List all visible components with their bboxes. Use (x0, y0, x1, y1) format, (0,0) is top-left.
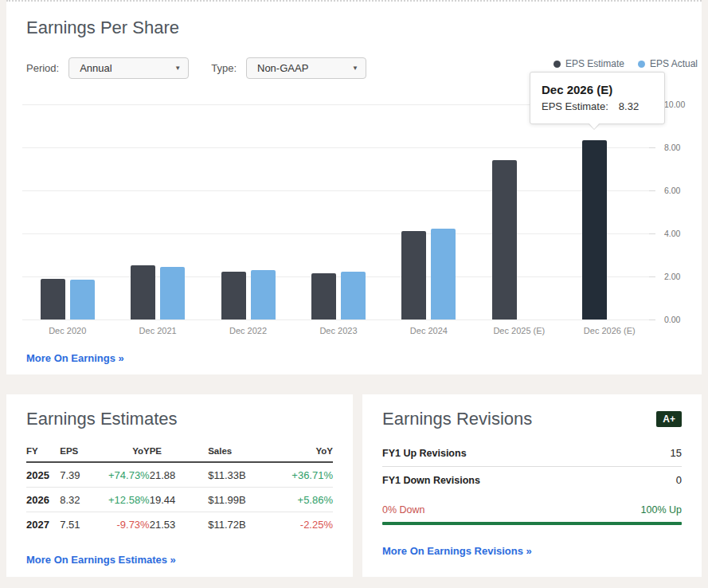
x-axis-label: Dec 2020 (22, 326, 112, 335)
table-cell: +5.86% (272, 488, 333, 512)
bar-eps-actual-dec-2021[interactable] (160, 267, 185, 319)
legend-item-eps-actual[interactable]: EPS Actual (638, 58, 698, 69)
chart-tooltip: Dec 2026 (E) EPS Estimate:8.32 (530, 72, 665, 124)
more-on-earnings-link[interactable]: More On Earnings » (26, 352, 124, 364)
table-cell: 7.51 (60, 512, 89, 537)
table-cell: 2027 (26, 512, 60, 537)
chart-legend: EPS Estimate EPS Actual (553, 58, 698, 69)
tooltip-title: Dec 2026 (E) (542, 83, 653, 96)
axis-tick (649, 319, 655, 320)
table-cell: $11.33B (187, 462, 272, 488)
tooltip-label: EPS Estimate: (542, 100, 608, 112)
x-axis-label: Dec 2025 (E) (474, 326, 564, 335)
tooltip-arrow (588, 123, 600, 130)
bar-eps-actual-dec-2022[interactable] (251, 270, 276, 319)
bar-eps-estimate-dec-2025-e[interactable] (492, 160, 517, 319)
table-header: Sales (187, 441, 272, 462)
legend-item-eps-estimate[interactable]: EPS Estimate (553, 58, 624, 69)
bar-eps-actual-dec-2024[interactable] (431, 229, 456, 319)
bar-group (474, 104, 564, 319)
period-label: Period: (26, 62, 59, 74)
bar-group (565, 104, 655, 319)
x-axis-label: Dec 2021 (112, 326, 202, 335)
table-cell: $11.72B (187, 512, 272, 537)
table-cell: -9.73% (89, 512, 149, 537)
table-cell: 8.32 (60, 488, 89, 512)
bar-groups (22, 104, 655, 319)
bar-eps-estimate-dec-2021[interactable] (131, 265, 155, 319)
y-axis-label: 0.00 (664, 315, 680, 324)
estimates-title: Earnings Estimates (26, 409, 333, 429)
revisions-title: Earnings Revisions (382, 409, 532, 429)
earnings-estimates-card: Earnings Estimates FYEPSYoYPESalesYoY202… (6, 394, 353, 577)
table-cell: 21.88 (150, 462, 188, 488)
legend-label: EPS Actual (650, 58, 698, 69)
revision-label: FY1 Down Revisions (382, 475, 480, 486)
y-axis-label: 8.00 (664, 143, 680, 152)
x-axis-label: Dec 2022 (203, 326, 293, 335)
y-axis-label: 6.00 (664, 186, 680, 195)
y-axis-label: 4.00 (664, 229, 680, 238)
table-cell: 2026 (26, 488, 60, 512)
revision-row: FY1 Up Revisions15 (382, 440, 682, 466)
earnings-page: Earnings Per Share Period: Annual ▼ Type… (0, 0, 708, 588)
bar-eps-actual-dec-2020[interactable] (70, 280, 95, 319)
bar-eps-estimate-dec-2023[interactable] (311, 273, 336, 319)
percent-up-label: 100% Up (641, 504, 682, 515)
more-on-earnings-revisions-link[interactable]: More On Earnings Revisions » (382, 545, 532, 557)
type-label: Type: (211, 62, 237, 74)
gridline (22, 319, 655, 320)
period-select-value: Annual (80, 62, 111, 74)
eps-bar-chart (22, 104, 655, 319)
grade-badge[interactable]: A+ (656, 411, 682, 427)
more-on-earnings-estimates-link[interactable]: More On Earnings Estimates » (26, 554, 176, 566)
revision-label: FY1 Up Revisions (382, 448, 467, 459)
estimates-table: FYEPSYoYPESalesYoY20257.39+74.73%21.88$1… (26, 441, 333, 536)
period-select[interactable]: Annual ▼ (68, 57, 189, 79)
type-select-value: Non-GAAP (257, 62, 308, 74)
x-axis: Dec 2020Dec 2021Dec 2022Dec 2023Dec 2024… (22, 326, 655, 335)
x-axis-label: Dec 2023 (293, 326, 383, 335)
chart-controls: Period: Annual ▼ Type: Non-GAAP ▼ (26, 57, 366, 79)
actual-dot-icon (638, 61, 645, 68)
revision-value: 0 (676, 474, 682, 486)
bar-eps-estimate-dec-2020[interactable] (41, 279, 65, 319)
y-axis-label: 10.00 (664, 100, 685, 109)
bar-group (112, 104, 202, 319)
table-header: PE (150, 441, 188, 462)
table-cell: -2.25% (272, 512, 333, 537)
table-cell: $11.99B (187, 488, 272, 512)
bar-group (384, 104, 474, 319)
table-header: FY (26, 441, 60, 462)
table-header: YoY (272, 441, 333, 462)
table-row: 20268.32+12.58%19.44$11.99B+5.86% (26, 488, 333, 512)
chevron-down-icon: ▼ (174, 58, 181, 78)
tooltip-value-row: EPS Estimate:8.32 (542, 100, 653, 112)
bar-eps-estimate-dec-2024[interactable] (401, 231, 426, 319)
revision-row: FY1 Down Revisions0 (382, 466, 682, 493)
table-row: 20257.39+74.73%21.88$11.33B+36.71% (26, 462, 333, 488)
percent-down-label: 0% Down (382, 504, 425, 515)
revisions-rows: FY1 Up Revisions15FY1 Down Revisions0 (382, 440, 682, 493)
table-row: 20277.51-9.73%21.53$11.72B-2.25% (26, 512, 333, 537)
revisions-sentiment: 0% Down 100% Up (382, 504, 682, 525)
table-header: YoY (89, 441, 149, 462)
table-cell: 2025 (26, 462, 60, 488)
revisions-progress-bar (382, 522, 682, 525)
y-axis-label: 2.00 (664, 272, 680, 281)
x-axis-label: Dec 2026 (E) (565, 326, 655, 335)
bar-eps-actual-dec-2023[interactable] (341, 272, 366, 319)
table-header: EPS (60, 441, 89, 462)
type-select[interactable]: Non-GAAP ▼ (246, 57, 366, 79)
earnings-per-share-card: Earnings Per Share Period: Annual ▼ Type… (6, 0, 702, 374)
chevron-down-icon: ▼ (352, 58, 358, 78)
bar-group (293, 104, 383, 319)
table-cell: 7.39 (60, 462, 89, 488)
estimate-dot-icon (553, 61, 561, 68)
revision-value: 15 (671, 447, 682, 459)
tooltip-value: 8.32 (619, 100, 639, 112)
bar-eps-estimate-dec-2026-e[interactable] (582, 140, 607, 319)
earnings-revisions-card: Earnings Revisions A+ FY1 Up Revisions15… (362, 394, 702, 577)
legend-label: EPS Estimate (565, 58, 624, 69)
bar-eps-estimate-dec-2022[interactable] (221, 272, 246, 319)
